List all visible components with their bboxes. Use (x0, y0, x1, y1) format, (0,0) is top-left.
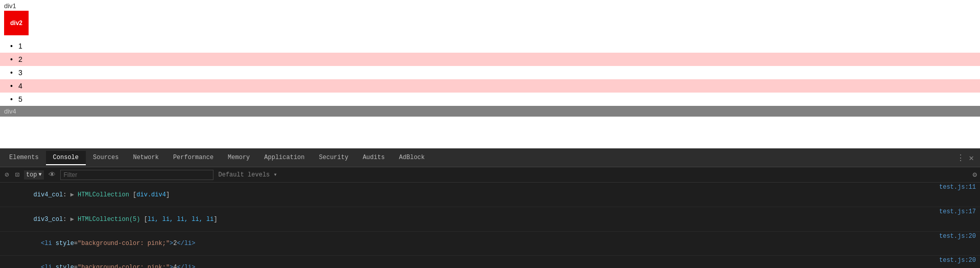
devtools-tab-icons: ⋮ ✕ (957, 153, 978, 163)
div1-label: div1 (0, 0, 980, 11)
console-filter-input[interactable] (60, 170, 213, 180)
eye-icon[interactable]: 👁 (47, 171, 57, 179)
devtools-toolbar: ⊘ ⊡ top ▼ 👁 Default levels ▾ ⚙ (0, 167, 980, 183)
list-item: 3 (0, 66, 980, 79)
console-row-content: <li style="background-color: pink;">2</l… (4, 233, 931, 254)
console-output: div4_col: ▶ HTMLCollection [div.div4] te… (0, 183, 980, 268)
div4-bar: div4 (0, 106, 980, 117)
toggle-drawer-icon[interactable]: ⊡ (13, 170, 20, 179)
tab-memory[interactable]: Memory (221, 151, 257, 165)
console-link-test20a[interactable]: test.js:20 (939, 233, 976, 240)
devtools-panel: Elements Console Sources Network Perform… (0, 148, 980, 268)
list-item: 5 (0, 93, 980, 106)
default-levels-label[interactable]: Default levels ▾ (219, 171, 277, 178)
console-row-content: div4_col: ▶ HTMLCollection [div.div4] (4, 184, 931, 206)
console-link-test11[interactable]: test.js:11 (939, 184, 976, 191)
list-item: 1 (0, 39, 980, 53)
settings-icon[interactable]: ⚙ (973, 170, 977, 179)
context-selector[interactable]: top ▼ (24, 170, 44, 180)
list-item-highlighted-4: 4 (0, 79, 980, 93)
console-row-div3-col: div3_col: ▶ HTMLCollection(5) [li, li, l… (0, 207, 980, 232)
more-options-icon[interactable]: ⋮ (957, 153, 965, 163)
close-devtools-icon[interactable]: ✕ (969, 153, 974, 163)
devtools-tabs-bar: Elements Console Sources Network Perform… (0, 149, 980, 167)
tab-audits[interactable]: Audits (355, 151, 392, 165)
console-link-test17[interactable]: test.js:17 (939, 208, 976, 215)
list-container: 1 2 3 4 5 (0, 39, 980, 106)
console-row-li-4: <li style="background-color: pink;">4</l… (0, 256, 980, 268)
console-row-li-2: <li style="background-color: pink;">2</l… (0, 232, 980, 256)
console-row-content: div3_col: ▶ HTMLCollection(5) [li, li, l… (4, 208, 931, 230)
context-label: top (26, 171, 37, 178)
context-dropdown-icon: ▼ (38, 172, 41, 177)
console-row-div4-col: div4_col: ▶ HTMLCollection [div.div4] te… (0, 183, 980, 207)
tab-performance[interactable]: Performance (166, 151, 221, 165)
div2-box: div2 (4, 11, 29, 35)
tab-application[interactable]: Application (257, 151, 312, 165)
browser-page: div1 div2 1 2 3 4 5 div4 (0, 0, 980, 148)
tab-adblock[interactable]: AdBlock (392, 151, 432, 165)
tab-network[interactable]: Network (126, 151, 165, 165)
tab-elements[interactable]: Elements (2, 151, 46, 165)
list-item-highlighted-2: 2 (0, 53, 980, 66)
console-link-test20b[interactable]: test.js:20 (939, 257, 976, 264)
console-row-content: <li style="background-color: pink;">4</l… (4, 257, 931, 268)
tab-security[interactable]: Security (312, 151, 356, 165)
tab-console[interactable]: Console (46, 151, 86, 165)
tab-sources[interactable]: Sources (86, 151, 126, 165)
clear-console-icon[interactable]: ⊘ (3, 170, 10, 179)
